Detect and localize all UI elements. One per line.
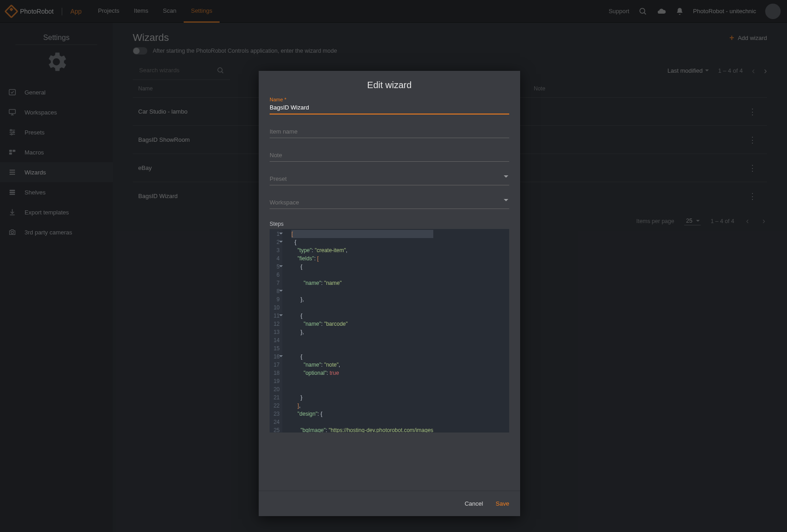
- field-note: [270, 150, 509, 162]
- save-button[interactable]: Save: [496, 500, 509, 507]
- steps-editor[interactable]: 1234567891011121314151617181920212223242…: [270, 229, 509, 433]
- preset-select[interactable]: [270, 174, 509, 185]
- field-name: Name *: [270, 97, 509, 114]
- field-preset: [270, 174, 509, 185]
- edit-wizard-modal: Edit wizard Name * Steps 123456789101112…: [259, 71, 520, 516]
- name-input[interactable]: [270, 102, 509, 114]
- cancel-button[interactable]: Cancel: [465, 500, 483, 507]
- steps-label: Steps: [270, 221, 509, 227]
- workspace-select[interactable]: [270, 197, 509, 209]
- modal-title: Edit wizard: [259, 80, 520, 90]
- item-input[interactable]: [270, 126, 509, 138]
- note-input[interactable]: [270, 150, 509, 162]
- field-workspace: [270, 197, 509, 209]
- field-item: [270, 126, 509, 138]
